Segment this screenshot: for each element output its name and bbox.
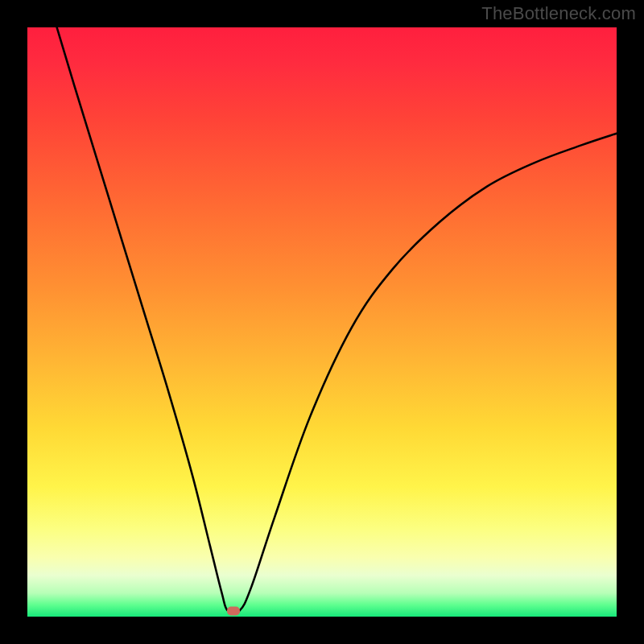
- plot-area: [27, 27, 617, 617]
- minimum-marker: [227, 606, 240, 615]
- bottleneck-curve: [27, 27, 617, 617]
- watermark-text: TheBottleneck.com: [481, 3, 636, 24]
- chart-frame: TheBottleneck.com: [0, 0, 644, 644]
